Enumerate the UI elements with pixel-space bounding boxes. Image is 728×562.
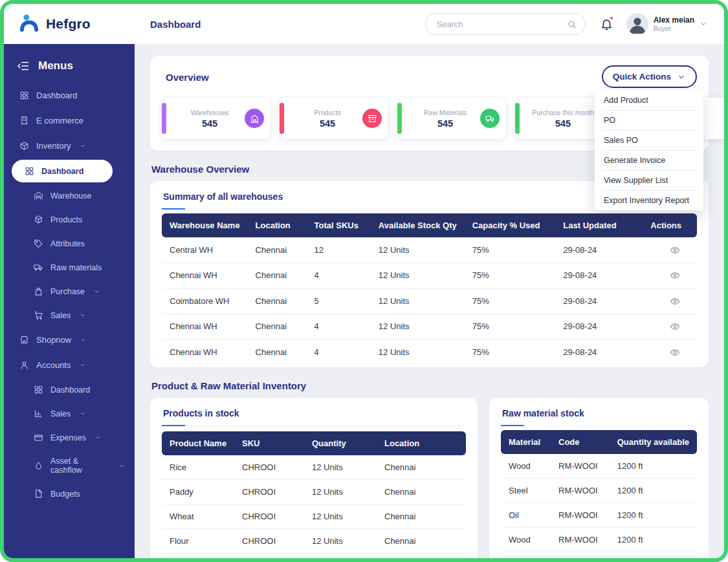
stat-label: Purchase this month — [532, 109, 594, 116]
hefgro-logo-icon — [18, 12, 40, 36]
stat-value: 545 — [555, 118, 571, 129]
sidebar-item-purchase[interactable]: Purchase — [4, 279, 135, 303]
column-header-quantity: Quantity — [304, 431, 377, 455]
stat-card-raw-materials: Raw Materials545 — [397, 98, 506, 139]
chart-icon — [34, 409, 43, 418]
stat-accent-bar — [162, 103, 166, 134]
sidebar-item-budgets[interactable]: Budgets — [4, 482, 135, 506]
user-name: Alex meian — [654, 16, 694, 25]
sidebar-item-sales[interactable]: Sales — [4, 303, 135, 327]
search-icon[interactable] — [567, 19, 577, 29]
table-cell: 29-08-24 — [555, 314, 635, 340]
grid-icon — [25, 166, 34, 176]
table-cell: 12 Units — [304, 553, 377, 558]
table-cell: 12 Units — [371, 263, 465, 288]
quick-action-view-supplier-list[interactable]: View Supplier List — [602, 171, 696, 191]
sidebar-item-accounts[interactable]: Accounts — [4, 352, 135, 378]
building-icon — [245, 109, 264, 128]
quick-action-po[interactable]: PO — [602, 111, 696, 131]
column-header-available-stock-qty: Available Stock Qty — [371, 213, 465, 237]
chevron-down-icon — [700, 20, 707, 28]
table-cell: CHROOI — [234, 455, 304, 480]
user-menu[interactable]: Alex meian Buyer — [626, 13, 707, 35]
table-cell: Wood — [501, 454, 551, 479]
view-eye-icon[interactable] — [670, 270, 680, 281]
search-input[interactable] — [436, 19, 567, 30]
bag-icon — [34, 286, 43, 296]
sidebar-item-raw-materials[interactable]: Raw materials — [4, 255, 135, 279]
column-header-capacity-used: Capacity % Used — [465, 213, 556, 237]
quick-action-generate-invoice[interactable]: Generate Invoice — [602, 151, 696, 171]
sidebar-item-dashboard[interactable]: Dashboard — [4, 83, 135, 108]
main-content: Overview Quick Actions Warehouses545Prod… — [135, 44, 724, 558]
table-cell: 12 Units — [371, 314, 465, 340]
table-cell: Chennai — [248, 340, 307, 365]
raw-material-stock-card: Raw material stock MaterialCodeQuantity … — [489, 398, 709, 558]
sidebar-header[interactable]: Menus — [4, 53, 135, 83]
collapse-menu-icon[interactable] — [17, 59, 30, 72]
stat-label: Raw Materials — [424, 109, 467, 116]
quick-actions-button[interactable]: Quick Actions — [602, 65, 697, 88]
archive-icon — [362, 109, 382, 128]
brand-name: Hefgro — [46, 16, 91, 32]
table-row: Coimbatore WHChennai512 Units75%29-08-24 — [162, 288, 697, 314]
sidebar-item-label: Asset & cashflow — [50, 457, 110, 475]
table-cell: 4 — [307, 263, 371, 288]
stat-card-products: Products545 — [280, 98, 388, 139]
table-header-row: MaterialCodeQuantity available — [501, 430, 697, 454]
sidebar-item-products[interactable]: Products — [4, 208, 135, 232]
sidebar-item-e-commerce[interactable]: E commerce — [4, 108, 135, 133]
stat-card-warehouses: Warehouses545 — [162, 98, 270, 139]
table-cell: 75% — [465, 288, 556, 314]
column-header-location: Location — [248, 213, 307, 237]
chevron-down-icon — [79, 312, 86, 319]
column-header-location: Location — [377, 431, 466, 455]
table-cell: CHROOI — [234, 528, 304, 553]
column-header-warehouse-name: Warehouse Name — [162, 213, 248, 237]
view-eye-icon[interactable] — [670, 321, 680, 332]
quick-action-sales-po[interactable]: Sales PO — [602, 131, 696, 151]
sidebar-item-dashboard[interactable]: Dashboard — [4, 378, 135, 402]
grid-icon — [19, 91, 29, 100]
sidebar-item-label: Purchase — [50, 287, 85, 296]
sidebar-item-dashboard[interactable]: Dashboard — [12, 160, 113, 182]
table-cell: 75% — [465, 237, 556, 263]
sidebar-item-expenses[interactable]: Expenses — [4, 426, 135, 449]
table-cell: 12 Units — [304, 479, 377, 504]
table-cell: Chennai WH — [162, 263, 248, 288]
chevron-down-icon — [79, 410, 86, 417]
raw-material-table: MaterialCodeQuantity availableWoodRM-WOO… — [501, 430, 697, 558]
box-icon — [19, 141, 29, 151]
table-cell: 75% — [465, 314, 556, 340]
search-box[interactable] — [425, 13, 586, 35]
sidebar-item-sales[interactable]: Sales — [4, 402, 135, 426]
table-row: SteelRM-WOOI1200 ft — [501, 478, 697, 503]
view-eye-icon[interactable] — [670, 296, 680, 307]
table-cell: RM-WOOI — [551, 503, 610, 527]
table-cell: 75% — [465, 340, 556, 365]
sidebar-item-label: Dashboard — [36, 91, 78, 100]
view-eye-icon[interactable] — [670, 245, 680, 255]
sidebar-item-attributes[interactable]: Attributes — [4, 232, 135, 255]
quick-action-add-product[interactable]: Add Product — [602, 91, 696, 111]
table-cell: 29-08-24 — [555, 237, 635, 263]
quick-actions-label: Quick Actions — [613, 72, 671, 81]
table-cell: Wheat — [162, 504, 234, 528]
table-row: WoodRM-WOOI1200 ft — [501, 454, 697, 479]
stat-accent-bar — [280, 103, 284, 134]
stat-label: Products — [314, 109, 340, 116]
sidebar-item-asset-cashflow[interactable]: Asset & cashflow — [4, 449, 135, 482]
sidebar-item-label: Dashboard — [41, 167, 83, 176]
table-cell: 1200 ft — [610, 454, 697, 479]
sidebar-item-warehouse[interactable]: Warehouse — [4, 184, 135, 208]
sidebar-item-shopnow[interactable]: Shopnow — [4, 327, 135, 352]
table-row: SugarCHROOI12 UnitsChennai — [162, 553, 466, 558]
sidebar-item-inventory[interactable]: Inventory — [4, 133, 135, 158]
stat-value: 545 — [202, 118, 217, 129]
view-eye-icon[interactable] — [670, 347, 680, 358]
notification-bell-button[interactable] — [600, 17, 613, 31]
cube-icon — [34, 215, 43, 224]
quick-action-export-inventory-report[interactable]: Export Inventory Report — [602, 191, 696, 210]
table-row: Chennai WHChennai412 Units75%29-08-24 — [162, 314, 697, 340]
table-cell: RM-WOOI — [551, 454, 610, 479]
